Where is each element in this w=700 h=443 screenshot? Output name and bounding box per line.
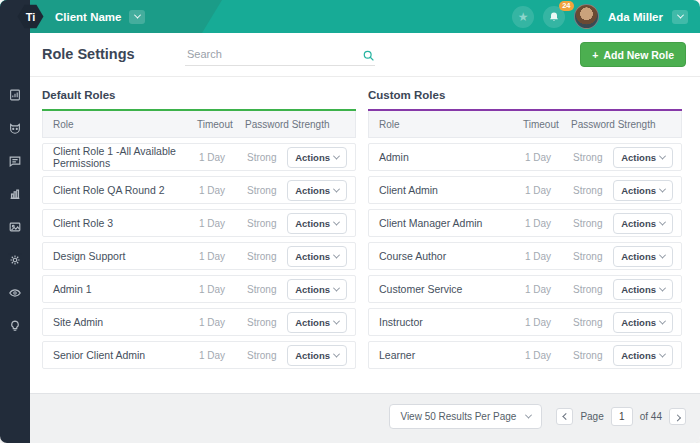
role-name: Client Admin xyxy=(379,184,525,196)
chevron-down-icon xyxy=(659,185,666,192)
timeout-value: 1 Day xyxy=(199,185,247,196)
strength-value: Strong xyxy=(247,350,291,361)
pagination: Page of 44 xyxy=(556,407,686,426)
timeout-value: 1 Day xyxy=(525,185,573,196)
timeout-value: 1 Day xyxy=(199,251,247,262)
role-name: Senior Client Admin xyxy=(53,349,199,361)
role-name: Design Support xyxy=(53,250,199,262)
actions-label: Actions xyxy=(621,218,656,229)
timeout-value: 1 Day xyxy=(199,218,247,229)
client-name-label: Client Name xyxy=(55,11,121,23)
table-row: Client Role 1 -All Available Permissions… xyxy=(42,143,356,171)
actions-dropdown-button[interactable]: Actions xyxy=(613,312,673,333)
table-row: Client Admin1 DayStrongActions xyxy=(368,176,682,204)
timeout-value: 1 Day xyxy=(525,152,573,163)
actions-label: Actions xyxy=(621,185,656,196)
strength-value: Strong xyxy=(573,251,617,262)
timeout-value: 1 Day xyxy=(525,317,573,328)
timeout-value: 1 Day xyxy=(525,251,573,262)
star-button[interactable]: ★ xyxy=(512,6,534,28)
strength-value: Strong xyxy=(247,317,291,328)
col-password-strength: Password Strength xyxy=(245,119,345,130)
table-header: Role Timeout Password Strength xyxy=(42,111,356,138)
actions-label: Actions xyxy=(295,218,330,229)
timeout-value: 1 Day xyxy=(525,284,573,295)
user-menu-chevron-icon[interactable] xyxy=(672,10,688,24)
role-name: Site Admin xyxy=(53,316,199,328)
role-name: Customer Service xyxy=(379,283,525,295)
actions-label: Actions xyxy=(621,350,656,361)
star-icon: ★ xyxy=(518,11,529,23)
timeout-value: 1 Day xyxy=(199,152,247,163)
page-title: Role Settings xyxy=(42,46,135,62)
notifications-button[interactable]: 24 xyxy=(543,6,565,28)
chevron-down-icon xyxy=(333,317,340,324)
timeout-value: 1 Day xyxy=(525,350,573,361)
actions-dropdown-button[interactable]: Actions xyxy=(287,345,347,366)
add-new-role-button[interactable]: + Add New Role xyxy=(580,42,686,67)
panel-title: Default Roles xyxy=(42,89,356,101)
actions-dropdown-button[interactable]: Actions xyxy=(287,312,347,333)
bulb-icon[interactable] xyxy=(8,319,22,333)
role-name: Instructor xyxy=(379,316,525,328)
results-per-page-dropdown[interactable]: View 50 Results Per Page xyxy=(389,404,542,429)
timeout-value: 1 Day xyxy=(525,218,573,229)
top-header: Client Name ★ 24 Ada Miller xyxy=(0,0,700,33)
page-number-input[interactable] xyxy=(611,407,633,426)
chevron-down-icon xyxy=(333,152,340,159)
actions-dropdown-button[interactable]: Actions xyxy=(613,345,673,366)
bar-chart-icon[interactable] xyxy=(8,187,22,201)
actions-dropdown-button[interactable]: Actions xyxy=(613,180,673,201)
main-content: Default Roles Role Timeout Password Stre… xyxy=(30,77,700,393)
search-input[interactable] xyxy=(185,43,375,66)
actions-dropdown-button[interactable]: Actions xyxy=(613,279,673,300)
chevron-down-icon xyxy=(333,284,340,291)
actions-label: Actions xyxy=(295,251,330,262)
user-name[interactable]: Ada Miller xyxy=(608,11,663,23)
image-icon[interactable] xyxy=(8,220,22,234)
role-name: Client Manager Admin xyxy=(379,217,525,229)
report-icon[interactable] xyxy=(8,88,22,102)
mask-icon[interactable] xyxy=(8,121,22,135)
panel-title: Custom Roles xyxy=(368,89,682,101)
plus-icon: + xyxy=(592,49,598,61)
search-icon[interactable] xyxy=(362,48,375,66)
chevron-down-icon xyxy=(659,284,666,291)
actions-dropdown-button[interactable]: Actions xyxy=(613,246,673,267)
table-row: Admin1 DayStrongActions xyxy=(368,143,682,171)
chevron-down-icon xyxy=(659,152,666,159)
actions-label: Actions xyxy=(295,152,330,163)
table-row: Design Support1 DayStrongActions xyxy=(42,242,356,270)
table-row: Customer Service1 DayStrongActions xyxy=(368,275,682,303)
actions-dropdown-button[interactable]: Actions xyxy=(613,147,673,168)
chat-icon[interactable] xyxy=(8,154,22,168)
table-row: Client Role QA Round 21 DayStrongActions xyxy=(42,176,356,204)
avatar[interactable] xyxy=(574,4,599,29)
app-window: Client Name ★ 24 Ada Miller Ti xyxy=(0,0,700,443)
actions-dropdown-button[interactable]: Actions xyxy=(613,213,673,234)
role-name: Client Role 3 xyxy=(53,217,199,229)
chevron-down-icon xyxy=(659,218,666,225)
gear-icon[interactable] xyxy=(8,253,22,267)
role-name: Admin 1 xyxy=(53,283,199,295)
actions-label: Actions xyxy=(295,284,330,295)
chevron-down-icon[interactable] xyxy=(129,10,145,24)
eye-icon[interactable] xyxy=(8,286,22,300)
table-row: Admin 11 DayStrongActions xyxy=(42,275,356,303)
strength-value: Strong xyxy=(573,350,617,361)
page-of-label: of 44 xyxy=(640,411,662,422)
next-page-button[interactable] xyxy=(669,408,686,425)
prev-page-button[interactable] xyxy=(556,408,573,425)
custom-roles-panel: Custom Roles Role Timeout Password Stren… xyxy=(368,77,682,369)
strength-value: Strong xyxy=(247,251,291,262)
actions-dropdown-button[interactable]: Actions xyxy=(287,180,347,201)
client-name-dropdown[interactable]: Client Name xyxy=(55,0,145,33)
table-row: Senior Client Admin1 DayStrongActions xyxy=(42,341,356,369)
actions-dropdown-button[interactable]: Actions xyxy=(287,246,347,267)
actions-dropdown-button[interactable]: Actions xyxy=(287,147,347,168)
chevron-down-icon xyxy=(333,350,340,357)
page-label: Page xyxy=(580,411,603,422)
actions-dropdown-button[interactable]: Actions xyxy=(287,213,347,234)
actions-dropdown-button[interactable]: Actions xyxy=(287,279,347,300)
table-row: Site Admin1 DayStrongActions xyxy=(42,308,356,336)
